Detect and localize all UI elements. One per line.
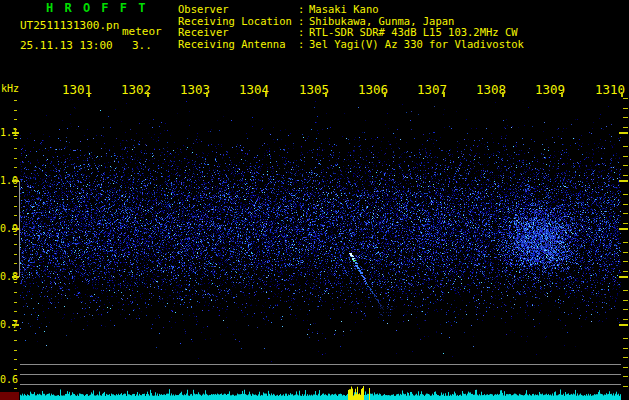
level-grid-line <box>20 384 621 385</box>
station-info-separator: : <box>298 4 304 16</box>
time-tick-mark <box>325 92 327 97</box>
time-tick-label: 1304 <box>229 82 269 97</box>
freq-minor-tick <box>14 378 17 379</box>
right-minor-tick <box>623 338 628 339</box>
right-minor-tick <box>623 213 628 214</box>
freq-minor-tick <box>14 138 17 139</box>
right-minor-tick <box>623 175 628 176</box>
time-tick-mark <box>88 92 90 97</box>
freq-minor-tick <box>14 321 17 322</box>
hrofft-window: H R O F F T UT2511131300.pn meteor 25.11… <box>0 0 629 400</box>
right-minor-tick <box>623 117 628 118</box>
right-minor-tick <box>623 252 628 253</box>
time-tick-label: 1301 <box>52 82 92 97</box>
freq-tick-mark <box>12 180 19 182</box>
freq-minor-tick <box>14 254 17 255</box>
right-minor-tick <box>623 319 628 320</box>
time-tick-mark <box>561 92 563 97</box>
freq-tick-mark <box>12 276 19 278</box>
right-minor-tick <box>623 108 628 109</box>
time-tick-mark <box>502 92 504 97</box>
freq-minor-tick <box>14 282 17 283</box>
right-minor-tick <box>623 300 628 301</box>
right-minor-tick <box>623 204 628 205</box>
meteor-overlay-label: meteor <box>122 26 162 38</box>
time-tick-mark <box>384 92 386 97</box>
right-minor-tick <box>623 98 628 99</box>
freq-minor-tick <box>14 148 17 149</box>
time-tick-label: 1302 <box>111 82 151 97</box>
station-info-separator: : <box>298 39 304 51</box>
freq-minor-tick <box>14 167 17 168</box>
freq-minor-tick <box>14 110 17 111</box>
right-minor-tick <box>623 223 628 224</box>
time-tick-mark <box>206 92 208 97</box>
right-minor-tick <box>623 242 628 243</box>
station-info-value: 3el Yagi(V) Az 330 for Vladivostok <box>309 39 524 51</box>
freq-minor-tick <box>14 369 17 370</box>
right-minor-tick <box>623 261 628 262</box>
freq-minor-tick <box>14 215 17 216</box>
right-minor-tick <box>623 290 628 291</box>
time-tick-mark <box>443 92 445 97</box>
app-title: H R O F F T <box>46 1 147 15</box>
freq-minor-tick <box>14 340 17 341</box>
freq-minor-tick <box>14 119 17 120</box>
freq-minor-tick <box>14 186 17 187</box>
date-time-label: 25.11.13 13:00 <box>20 40 113 52</box>
station-info-value: Masaki Kano <box>309 4 379 16</box>
freq-minor-tick <box>14 311 17 312</box>
right-minor-tick <box>623 194 628 195</box>
freq-minor-tick <box>14 388 17 389</box>
level-strip-canvas <box>20 386 621 400</box>
time-tick-label: 1305 <box>289 82 329 97</box>
freq-minor-tick <box>14 302 17 303</box>
time-tick-label: 1303 <box>170 82 210 97</box>
level-grid-line <box>20 374 621 375</box>
time-tick-mark <box>621 92 623 97</box>
freq-unit-label: kHz <box>1 83 19 94</box>
time-tick-mark <box>265 92 267 97</box>
freq-minor-tick <box>14 292 17 293</box>
freq-minor-tick <box>14 359 17 360</box>
freq-tick-mark <box>12 324 19 326</box>
freq-minor-tick <box>14 206 17 207</box>
time-tick-mark <box>147 92 149 97</box>
output-filename: UT2511131300.pn <box>20 20 119 32</box>
freq-minor-tick <box>14 273 17 274</box>
time-tick-label: 1310 <box>585 82 625 97</box>
freq-minor-tick <box>14 330 17 331</box>
freq-minor-tick <box>14 129 17 130</box>
freq-minor-tick <box>14 244 17 245</box>
freq-tick-mark <box>12 132 19 134</box>
right-minor-tick <box>623 348 628 349</box>
right-minor-tick <box>623 165 628 166</box>
right-minor-tick <box>623 309 628 310</box>
station-info-label: Receiving Antenna <box>178 39 285 51</box>
right-minor-tick <box>623 357 628 358</box>
freq-tick-mark <box>12 228 19 230</box>
spectrogram-canvas <box>20 98 621 363</box>
time-tick-label: 1307 <box>407 82 447 97</box>
time-tick-label: 1306 <box>348 82 388 97</box>
freq-minor-tick <box>14 225 17 226</box>
station-info-label: Observer <box>178 4 229 16</box>
freq-minor-tick <box>14 263 17 264</box>
counter-label: 3.. <box>132 40 152 52</box>
right-minor-tick <box>623 156 628 157</box>
freq-minor-tick <box>14 100 17 101</box>
freq-minor-tick <box>14 196 17 197</box>
right-minor-tick <box>623 271 628 272</box>
freq-minor-tick <box>14 158 17 159</box>
freq-minor-tick <box>14 177 17 178</box>
right-minor-tick <box>623 367 628 368</box>
freq-minor-tick <box>14 234 17 235</box>
corner-red-block <box>0 392 19 400</box>
right-minor-tick <box>623 376 628 377</box>
level-grid-line <box>20 364 621 365</box>
time-tick-label: 1308 <box>466 82 506 97</box>
time-tick-label: 1309 <box>525 82 565 97</box>
freq-minor-tick <box>14 350 17 351</box>
right-minor-tick <box>623 127 628 128</box>
right-minor-tick <box>623 386 628 387</box>
